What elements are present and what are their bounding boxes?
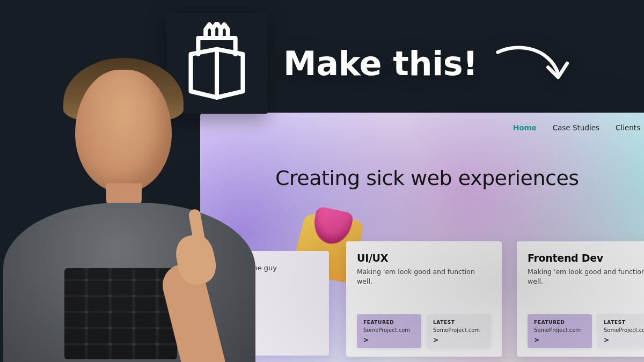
curved-arrow-icon (494, 36, 574, 90)
skill-desc: Making 'em look good and function well. (357, 267, 491, 286)
latest-project: SomeProject.com (604, 327, 644, 333)
featured-tag: FEATURED (363, 320, 415, 325)
latest-project-card[interactable]: LATEST SomeProject.com > (597, 314, 644, 348)
logo-badge (166, 13, 267, 114)
intro-line-2: n and curate (210, 277, 319, 287)
chevron-right-icon: > (363, 336, 415, 344)
skill-card-frontend: Frontend Dev Making 'em look good and fu… (517, 241, 644, 357)
skill-desc: Making 'em look good and function well. (528, 267, 644, 286)
chevron-right-icon: > (604, 336, 644, 344)
latest-project-card[interactable]: LATEST SomeProject.com > (427, 314, 491, 348)
banner-headline: Make this! (283, 44, 478, 83)
nav-home[interactable]: Home (513, 123, 537, 132)
intro-line-3: for all. (210, 291, 319, 301)
nav-case-studies[interactable]: Case Studies (553, 123, 599, 132)
intro-line-1: guessed it, the guy (210, 263, 319, 274)
featured-tag: FEATURED (534, 320, 586, 325)
featured-project-card[interactable]: FEATURED SomeProject.com > (528, 314, 592, 348)
latest-tag: LATEST (604, 320, 644, 325)
skill-title: Frontend Dev (528, 252, 644, 264)
featured-project: SomeProject.com (363, 327, 415, 333)
chevron-right-icon: > (534, 336, 586, 344)
hire-me-button[interactable]: Hire me (210, 331, 252, 348)
thumbnail-banner: Make this! (166, 13, 574, 114)
skill-title: UI/UX (357, 252, 491, 264)
site-nav: Home Case Studies Clients Conta (508, 120, 644, 135)
chevron-right-icon: > (433, 336, 485, 344)
latest-tag: LATEST (433, 320, 485, 325)
featured-project: SomeProject.com (534, 327, 586, 333)
portfolio-site-preview: Home Case Studies Clients Conta Creating… (200, 113, 644, 362)
pencils-in-book-icon (179, 22, 254, 105)
skill-card-uiux: UI/UX Making 'em look good and function … (346, 241, 502, 357)
featured-project-card[interactable]: FEATURED SomeProject.com > (357, 314, 421, 348)
latest-project: SomeProject.com (433, 327, 485, 333)
intro-card: guessed it, the guy n and curate for all… (200, 251, 329, 356)
nav-clients[interactable]: Clients (616, 123, 640, 132)
hero-title: Creating sick web experiences (275, 166, 579, 190)
